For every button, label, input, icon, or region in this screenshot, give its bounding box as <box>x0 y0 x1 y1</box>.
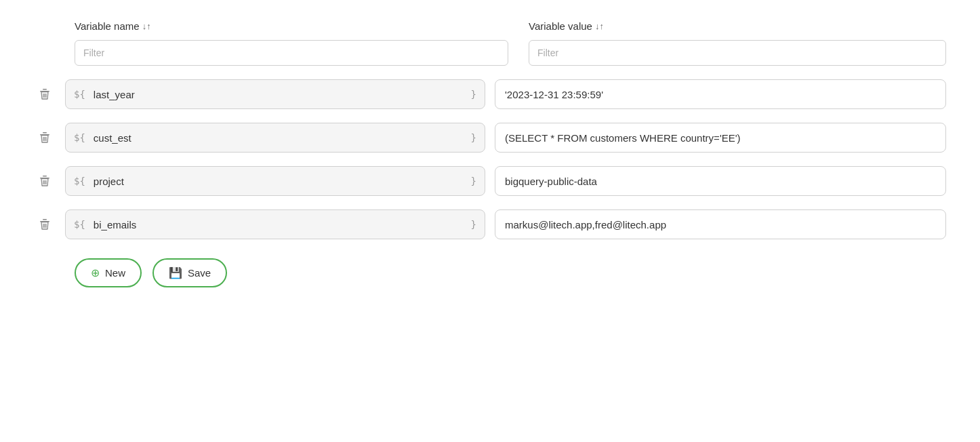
variable-prefix: ${ <box>66 219 91 230</box>
trash-icon <box>38 218 52 231</box>
variable-suffix: } <box>466 89 485 100</box>
delete-button[interactable] <box>34 170 56 192</box>
svg-rect-1 <box>43 89 47 90</box>
variables-editor: Variable name ↓↑ Variable value ↓↑ <box>34 20 946 287</box>
variable-rows: ${ } ${ } <box>34 79 946 253</box>
table-row: ${ } <box>34 79 946 109</box>
value-header-label: Variable value <box>529 20 592 32</box>
new-button[interactable]: ⊕ New <box>75 258 142 287</box>
variable-name-field: ${ } <box>65 123 485 153</box>
variable-name-field: ${ } <box>65 79 485 109</box>
value-column-header: Variable value ↓↑ <box>529 20 946 32</box>
variable-value-input[interactable] <box>495 79 946 109</box>
variable-name-input[interactable] <box>91 219 466 230</box>
value-sort-icon[interactable]: ↓↑ <box>595 21 604 31</box>
variable-suffix: } <box>466 176 485 186</box>
svg-rect-11 <box>43 176 47 177</box>
variable-suffix: } <box>466 219 485 230</box>
variable-value-input[interactable] <box>495 209 946 239</box>
table-row: ${ } <box>34 123 946 153</box>
name-column-header: Variable name ↓↑ <box>75 20 508 32</box>
actions-row: ⊕ New 💾 Save <box>34 258 946 287</box>
delete-button[interactable] <box>34 83 56 105</box>
table-row: ${ } <box>34 166 946 196</box>
new-button-label: New <box>105 267 125 279</box>
save-icon: 💾 <box>169 266 182 279</box>
delete-button[interactable] <box>34 127 56 148</box>
variable-name-input[interactable] <box>91 176 466 187</box>
variable-name-field: ${ } <box>65 209 485 239</box>
new-icon: ⊕ <box>91 266 100 279</box>
trash-icon <box>38 87 52 101</box>
variable-prefix: ${ <box>66 132 91 143</box>
variable-prefix: ${ <box>66 176 91 186</box>
name-header-label: Variable name <box>75 20 140 32</box>
variable-prefix: ${ <box>66 89 91 100</box>
name-filter-input[interactable] <box>75 40 508 66</box>
delete-button[interactable] <box>34 214 56 235</box>
save-button-label: Save <box>188 267 211 279</box>
svg-rect-16 <box>43 219 47 220</box>
variable-name-input[interactable] <box>91 89 466 100</box>
trash-icon <box>38 131 52 144</box>
variable-value-input[interactable] <box>495 166 946 196</box>
save-button[interactable]: 💾 Save <box>152 258 227 287</box>
table-row: ${ } <box>34 209 946 239</box>
column-headers: Variable name ↓↑ Variable value ↓↑ <box>34 20 946 32</box>
filter-row <box>34 40 946 66</box>
variable-name-field: ${ } <box>65 166 485 196</box>
variable-value-input[interactable] <box>495 123 946 153</box>
name-sort-icon[interactable]: ↓↑ <box>142 21 151 31</box>
variable-name-input[interactable] <box>91 132 466 144</box>
svg-rect-6 <box>43 132 47 134</box>
variable-suffix: } <box>466 132 485 143</box>
value-filter-input[interactable] <box>529 40 946 66</box>
trash-icon <box>38 174 52 188</box>
